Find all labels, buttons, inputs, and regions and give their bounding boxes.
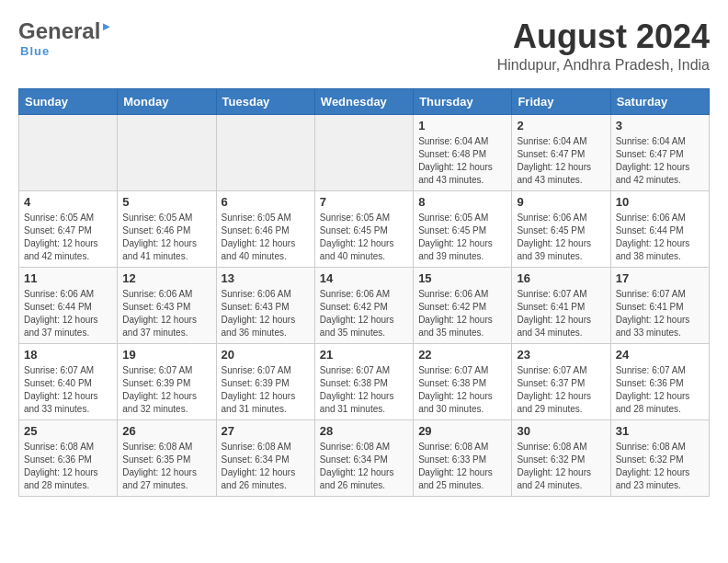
weekday-header-row: SundayMondayTuesdayWednesdayThursdayFrid… bbox=[19, 88, 710, 114]
day-number: 12 bbox=[122, 271, 210, 285]
calendar-body: 1Sunrise: 6:04 AM Sunset: 6:48 PM Daylig… bbox=[19, 114, 710, 496]
day-info: Sunrise: 6:07 AM Sunset: 6:39 PM Dayligh… bbox=[222, 364, 310, 416]
day-number: 27 bbox=[222, 424, 310, 438]
calendar-day-cell: 28Sunrise: 6:08 AM Sunset: 6:34 PM Dayli… bbox=[314, 419, 413, 496]
day-info: Sunrise: 6:06 AM Sunset: 6:44 PM Dayligh… bbox=[24, 288, 112, 339]
calendar-day-cell: 30Sunrise: 6:08 AM Sunset: 6:32 PM Dayli… bbox=[512, 419, 610, 496]
day-info: Sunrise: 6:05 AM Sunset: 6:46 PM Dayligh… bbox=[222, 212, 310, 263]
day-number: 17 bbox=[616, 271, 704, 285]
logo-text: General► bbox=[18, 18, 112, 44]
day-number: 26 bbox=[122, 424, 210, 438]
calendar-day-cell: 22Sunrise: 6:07 AM Sunset: 6:38 PM Dayli… bbox=[414, 343, 512, 419]
day-number: 11 bbox=[24, 271, 112, 285]
day-info: Sunrise: 6:04 AM Sunset: 6:47 PM Dayligh… bbox=[616, 135, 704, 187]
weekday-header-sunday: Sunday bbox=[19, 88, 118, 114]
calendar-day-cell bbox=[216, 114, 314, 190]
weekday-header-friday: Friday bbox=[512, 88, 610, 114]
day-number: 16 bbox=[517, 271, 605, 285]
location-subtitle: Hindupur, Andhra Pradesh, India bbox=[497, 57, 710, 74]
day-info: Sunrise: 6:06 AM Sunset: 6:44 PM Dayligh… bbox=[616, 212, 704, 263]
calendar-day-cell: 15Sunrise: 6:06 AM Sunset: 6:42 PM Dayli… bbox=[414, 267, 512, 343]
day-info: Sunrise: 6:05 AM Sunset: 6:45 PM Dayligh… bbox=[320, 212, 408, 263]
calendar-day-cell: 4Sunrise: 6:05 AM Sunset: 6:47 PM Daylig… bbox=[19, 190, 118, 267]
day-number: 1 bbox=[418, 119, 506, 132]
calendar-day-cell: 27Sunrise: 6:08 AM Sunset: 6:34 PM Dayli… bbox=[216, 419, 314, 496]
logo-brand: General► bbox=[18, 18, 112, 44]
calendar-day-cell: 9Sunrise: 6:06 AM Sunset: 6:45 PM Daylig… bbox=[512, 190, 610, 267]
day-info: Sunrise: 6:08 AM Sunset: 6:33 PM Dayligh… bbox=[418, 441, 506, 492]
weekday-header-saturday: Saturday bbox=[610, 88, 709, 114]
day-number: 13 bbox=[222, 271, 310, 285]
day-number: 21 bbox=[320, 348, 408, 362]
weekday-header-thursday: Thursday bbox=[414, 88, 512, 114]
day-info: Sunrise: 6:07 AM Sunset: 6:37 PM Dayligh… bbox=[517, 364, 605, 416]
calendar-day-cell: 7Sunrise: 6:05 AM Sunset: 6:45 PM Daylig… bbox=[314, 190, 413, 267]
day-number: 9 bbox=[517, 195, 605, 209]
day-info: Sunrise: 6:08 AM Sunset: 6:34 PM Dayligh… bbox=[320, 441, 408, 492]
calendar-day-cell: 3Sunrise: 6:04 AM Sunset: 6:47 PM Daylig… bbox=[610, 114, 709, 190]
day-number: 22 bbox=[418, 348, 506, 362]
calendar-day-cell bbox=[19, 114, 118, 190]
calendar-day-cell: 26Sunrise: 6:08 AM Sunset: 6:35 PM Dayli… bbox=[118, 419, 216, 496]
calendar-day-cell bbox=[314, 114, 413, 190]
calendar-day-cell: 8Sunrise: 6:05 AM Sunset: 6:45 PM Daylig… bbox=[414, 190, 512, 267]
logo-sub-text: Blue bbox=[20, 44, 50, 58]
weekday-header-wednesday: Wednesday bbox=[314, 88, 413, 114]
calendar-day-cell: 18Sunrise: 6:07 AM Sunset: 6:40 PM Dayli… bbox=[19, 343, 118, 419]
calendar-day-cell: 12Sunrise: 6:06 AM Sunset: 6:43 PM Dayli… bbox=[118, 267, 216, 343]
day-info: Sunrise: 6:08 AM Sunset: 6:32 PM Dayligh… bbox=[517, 441, 605, 492]
day-number: 2 bbox=[517, 119, 605, 132]
month-year-title: August 2024 bbox=[497, 18, 710, 55]
day-info: Sunrise: 6:07 AM Sunset: 6:41 PM Dayligh… bbox=[616, 288, 704, 339]
day-info: Sunrise: 6:08 AM Sunset: 6:34 PM Dayligh… bbox=[222, 441, 310, 492]
calendar-week-row: 4Sunrise: 6:05 AM Sunset: 6:47 PM Daylig… bbox=[19, 190, 710, 267]
day-info: Sunrise: 6:06 AM Sunset: 6:43 PM Dayligh… bbox=[122, 288, 210, 339]
day-info: Sunrise: 6:08 AM Sunset: 6:32 PM Dayligh… bbox=[616, 441, 704, 492]
calendar-day-cell: 5Sunrise: 6:05 AM Sunset: 6:46 PM Daylig… bbox=[118, 190, 216, 267]
calendar-day-cell: 14Sunrise: 6:06 AM Sunset: 6:42 PM Dayli… bbox=[314, 267, 413, 343]
day-number: 3 bbox=[616, 119, 704, 132]
weekday-header-monday: Monday bbox=[118, 88, 216, 114]
day-info: Sunrise: 6:07 AM Sunset: 6:36 PM Dayligh… bbox=[616, 364, 704, 416]
day-number: 24 bbox=[616, 348, 704, 362]
calendar-day-cell: 20Sunrise: 6:07 AM Sunset: 6:39 PM Dayli… bbox=[216, 343, 314, 419]
day-info: Sunrise: 6:04 AM Sunset: 6:47 PM Dayligh… bbox=[517, 135, 605, 187]
day-number: 20 bbox=[222, 348, 310, 362]
day-number: 23 bbox=[517, 348, 605, 362]
day-info: Sunrise: 6:04 AM Sunset: 6:48 PM Dayligh… bbox=[418, 135, 506, 187]
day-info: Sunrise: 6:05 AM Sunset: 6:46 PM Dayligh… bbox=[122, 212, 210, 263]
calendar-table: SundayMondayTuesdayWednesdayThursdayFrid… bbox=[18, 88, 710, 497]
calendar-day-cell: 29Sunrise: 6:08 AM Sunset: 6:33 PM Dayli… bbox=[414, 419, 512, 496]
calendar-day-cell: 2Sunrise: 6:04 AM Sunset: 6:47 PM Daylig… bbox=[512, 114, 610, 190]
day-number: 28 bbox=[320, 424, 408, 438]
day-info: Sunrise: 6:08 AM Sunset: 6:36 PM Dayligh… bbox=[24, 441, 112, 492]
calendar-header: SundayMondayTuesdayWednesdayThursdayFrid… bbox=[19, 88, 710, 114]
weekday-header-tuesday: Tuesday bbox=[216, 88, 314, 114]
day-number: 19 bbox=[122, 348, 210, 362]
day-number: 29 bbox=[418, 424, 506, 438]
day-info: Sunrise: 6:06 AM Sunset: 6:42 PM Dayligh… bbox=[320, 288, 408, 339]
calendar-day-cell: 21Sunrise: 6:07 AM Sunset: 6:38 PM Dayli… bbox=[314, 343, 413, 419]
day-number: 18 bbox=[24, 348, 112, 362]
calendar-week-row: 1Sunrise: 6:04 AM Sunset: 6:48 PM Daylig… bbox=[19, 114, 710, 190]
day-number: 14 bbox=[320, 271, 408, 285]
day-number: 15 bbox=[418, 271, 506, 285]
day-number: 5 bbox=[122, 195, 210, 209]
calendar-day-cell: 13Sunrise: 6:06 AM Sunset: 6:43 PM Dayli… bbox=[216, 267, 314, 343]
calendar-day-cell bbox=[118, 114, 216, 190]
day-info: Sunrise: 6:06 AM Sunset: 6:42 PM Dayligh… bbox=[418, 288, 506, 339]
day-number: 6 bbox=[222, 195, 310, 209]
logo: General► Blue bbox=[18, 18, 112, 58]
calendar-day-cell: 23Sunrise: 6:07 AM Sunset: 6:37 PM Dayli… bbox=[512, 343, 610, 419]
day-info: Sunrise: 6:08 AM Sunset: 6:35 PM Dayligh… bbox=[122, 441, 210, 492]
calendar-day-cell: 24Sunrise: 6:07 AM Sunset: 6:36 PM Dayli… bbox=[610, 343, 709, 419]
calendar-day-cell: 17Sunrise: 6:07 AM Sunset: 6:41 PM Dayli… bbox=[610, 267, 709, 343]
day-number: 8 bbox=[418, 195, 506, 209]
day-number: 30 bbox=[517, 424, 605, 438]
day-info: Sunrise: 6:07 AM Sunset: 6:39 PM Dayligh… bbox=[122, 364, 210, 416]
title-section: August 2024 Hindupur, Andhra Pradesh, In… bbox=[497, 18, 710, 74]
day-info: Sunrise: 6:05 AM Sunset: 6:47 PM Dayligh… bbox=[24, 212, 112, 263]
calendar-day-cell: 10Sunrise: 6:06 AM Sunset: 6:44 PM Dayli… bbox=[610, 190, 709, 267]
day-number: 10 bbox=[616, 195, 704, 209]
calendar-week-row: 11Sunrise: 6:06 AM Sunset: 6:44 PM Dayli… bbox=[19, 267, 710, 343]
